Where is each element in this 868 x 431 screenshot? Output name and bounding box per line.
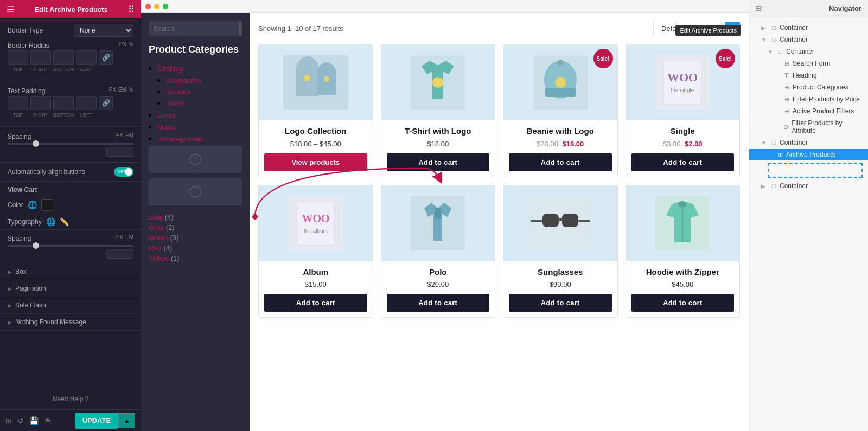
- color-blue[interactable]: Blue (4): [149, 213, 242, 221]
- window-minimize[interactable]: [154, 4, 159, 9]
- nav-container-2[interactable]: ▼ □ Container: [749, 34, 868, 46]
- padding-top-input[interactable]: [8, 96, 28, 110]
- nav-active-filters[interactable]: ⊕ Active Product Filters: [749, 105, 868, 117]
- typo-edit-icon[interactable]: ✏️: [60, 217, 69, 226]
- save-icon[interactable]: 💾: [29, 416, 39, 425]
- add-to-cart-tshirt[interactable]: Add to cart: [387, 153, 490, 171]
- cat-clothing-link[interactable]: Clothing: [157, 65, 183, 73]
- spacing-slider[interactable]: [8, 143, 133, 145]
- color-global-icon[interactable]: 🌐: [28, 201, 37, 209]
- color-gray[interactable]: Gray (2): [149, 223, 242, 231]
- padding-right-input[interactable]: [30, 96, 51, 110]
- nav-product-categories[interactable]: ⊕ Product Categories: [749, 81, 868, 93]
- nav-container-5[interactable]: ▶ □ Container: [749, 180, 868, 192]
- cat-accessories-link[interactable]: Accessories: [166, 77, 201, 85]
- view-products-button[interactable]: View products: [264, 153, 367, 171]
- color-swatch[interactable]: [41, 199, 53, 211]
- layers-icon[interactable]: ⊞: [5, 416, 12, 425]
- color-yellow[interactable]: Yellow (1): [149, 254, 242, 262]
- add-to-cart-album[interactable]: Add to cart: [264, 294, 367, 312]
- cat-tshirts[interactable]: Tshirts: [166, 98, 242, 108]
- beanie-original-price: $20.00: [537, 140, 558, 148]
- nav-filter-attribute[interactable]: ⊕ Filter Products by Attribute: [749, 117, 868, 137]
- cat-uncategorized[interactable]: Uncategorized: [157, 134, 242, 144]
- nav-heading[interactable]: T Heading: [749, 69, 868, 81]
- product-img-single: Sale! WOO the single: [626, 44, 740, 120]
- color-green[interactable]: Green (3): [149, 234, 242, 242]
- product-price-single: $3.00 $2.00: [631, 140, 735, 148]
- cat-accessories[interactable]: Accessories: [166, 75, 242, 85]
- svg-rect-28: [528, 196, 593, 250]
- window-close[interactable]: [145, 4, 151, 9]
- nav-archive-products[interactable]: ⊕ Archive Products: [749, 149, 868, 160]
- window-maximize[interactable]: [163, 4, 168, 9]
- search-button[interactable]: 🔍: [239, 21, 242, 36]
- nothing-found-section[interactable]: ▶ Nothing Found Message: [0, 314, 141, 331]
- search-input[interactable]: [149, 21, 239, 36]
- cat-clothing[interactable]: Clothing Accessories Hoodies Tshirts: [157, 63, 242, 108]
- spacing-value-input[interactable]: [106, 147, 133, 157]
- nav-container-4[interactable]: ▼ □ Container: [749, 137, 868, 149]
- update-arrow-button[interactable]: ▲: [118, 413, 136, 429]
- border-top-input[interactable]: [8, 50, 28, 65]
- update-btn-group: UPDATE ▲: [75, 413, 136, 429]
- color-gray-link[interactable]: Gray: [149, 223, 164, 231]
- nav-search-form[interactable]: ⊞ Search Form: [749, 57, 868, 69]
- cat-music-link[interactable]: Music: [157, 123, 176, 131]
- border-type-select[interactable]: None: [74, 24, 133, 37]
- typography-row: Typography 🌐 ✏️: [0, 214, 141, 230]
- nav-icon-filter-attribute: ⊕: [782, 124, 789, 131]
- color-red[interactable]: Red (4): [149, 244, 242, 252]
- cat-uncategorized-link[interactable]: Uncategorized: [157, 135, 203, 143]
- cat-hoodies-link[interactable]: Hoodies: [166, 88, 190, 96]
- add-to-cart-beanie[interactable]: Add to cart: [509, 153, 612, 171]
- border-bottom-input[interactable]: [53, 50, 74, 65]
- padding-link-btn[interactable]: 🔗: [99, 96, 113, 110]
- padding-left-input[interactable]: [76, 96, 97, 110]
- view-cart-label: View Cart: [0, 182, 141, 196]
- hamburger-icon[interactable]: ☰: [7, 4, 14, 15]
- cat-tshirts-link[interactable]: Tshirts: [166, 100, 185, 107]
- product-info-beanie: Beanie with Logo $20.00 $18.00 Add to ca…: [503, 120, 617, 177]
- nav-container-1[interactable]: ▶ □ Container: [749, 22, 868, 34]
- color-blue-link[interactable]: Blue: [149, 213, 163, 221]
- top-label: TOP: [8, 67, 28, 72]
- color-green-link[interactable]: Green: [149, 234, 168, 242]
- svg-rect-31: [542, 214, 559, 227]
- border-right-input[interactable]: [30, 50, 51, 65]
- pagination-section[interactable]: ▶ Pagination: [0, 280, 141, 297]
- canvas-area: 🔍 Product Categories Clothing Accessorie…: [141, 0, 749, 431]
- auto-align-toggle[interactable]: YES: [114, 167, 133, 177]
- cat-music[interactable]: Music: [157, 122, 242, 132]
- box-section[interactable]: ▶ Box: [0, 263, 141, 280]
- cat-hoodies[interactable]: Hoodies: [166, 87, 242, 97]
- cat-decor-link[interactable]: Decor: [157, 111, 176, 119]
- spacing-value-input-2[interactable]: [106, 249, 133, 259]
- eye-icon[interactable]: 👁: [44, 416, 52, 425]
- grid-icon[interactable]: ⠿: [128, 4, 135, 15]
- nav-container-3[interactable]: ▼ □ Container: [749, 46, 868, 57]
- add-to-cart-polo[interactable]: Add to cart: [387, 294, 490, 312]
- add-to-cart-hoodie[interactable]: Add to cort: [631, 294, 735, 312]
- typo-global-icon[interactable]: 🌐: [46, 217, 55, 226]
- results-count: Showing 1–10 of 17 results: [258, 24, 343, 33]
- border-link-btn[interactable]: 🔗: [99, 50, 113, 65]
- add-to-cart-sunglasses[interactable]: Add to cart: [509, 294, 612, 312]
- add-to-cart-single[interactable]: Add to cart: [631, 153, 735, 171]
- spacing-slider-2[interactable]: [8, 245, 133, 247]
- nav-icon-active-filters: ⊕: [783, 108, 790, 115]
- nav-filter-price[interactable]: ⊕ Filter Products by Price: [749, 93, 868, 105]
- border-left-input[interactable]: [76, 50, 97, 65]
- products-grid: Logo Collection $18.00 – $45.00 View pro…: [258, 44, 740, 318]
- right-collapse-icon[interactable]: ⊟: [756, 4, 762, 12]
- sale-badge-single: Sale!: [716, 49, 735, 68]
- update-button[interactable]: UPDATE: [75, 413, 118, 429]
- svg-point-8: [324, 76, 329, 82]
- cat-decor[interactable]: Decor: [157, 110, 242, 120]
- color-yellow-link[interactable]: Yellow: [149, 254, 169, 262]
- color-red-link[interactable]: Red: [149, 244, 162, 252]
- padding-bottom-input[interactable]: [53, 96, 74, 110]
- sale-flash-section[interactable]: ▶ Sale Flash: [0, 297, 141, 314]
- history-icon[interactable]: ↺: [17, 416, 24, 425]
- text-padding-label: Text Padding: [8, 87, 45, 95]
